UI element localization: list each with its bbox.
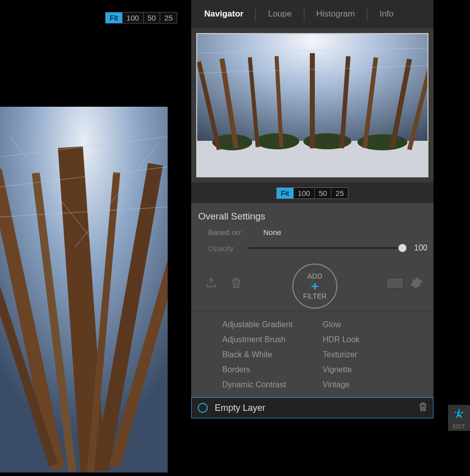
add-filter-button[interactable]: ADD + FILTER [292, 264, 337, 309]
tab-histogram[interactable]: Histogram [309, 9, 362, 19]
export-icon[interactable] [204, 276, 218, 290]
filter-vignette[interactable]: Vignette [323, 365, 360, 374]
filter-hdr-look[interactable]: HDR Look [323, 335, 360, 344]
zoom-fit-button[interactable]: Fit [106, 13, 123, 23]
main-zoom-toolbar: Fit 100 50 25 [105, 12, 177, 24]
opacity-row: Opacity 100 [208, 244, 427, 253]
fx-icon: FX [451, 407, 466, 423]
navigator-zoom-toolbar: Fit 100 50 25 [191, 182, 433, 203]
based-on-row: Based on: None [208, 228, 427, 236]
nav-zoom-100-button[interactable]: 100 [294, 188, 315, 198]
opacity-slider-thumb[interactable] [398, 244, 406, 252]
tab-info[interactable]: Info [372, 9, 400, 19]
filter-adjustment-brush[interactable]: Adjustment Brush [222, 335, 293, 344]
add-filter-bottom-label: FILTER [303, 292, 326, 300]
trash-icon[interactable] [229, 276, 243, 290]
filter-glow[interactable]: Glow [323, 320, 360, 329]
layer-delete-icon[interactable] [418, 401, 428, 414]
overall-settings-panel: Overall Settings Based on: None Opacity … [191, 203, 433, 418]
nav-zoom-25-button[interactable]: 25 [331, 188, 348, 198]
fx-edit-label: EDIT [453, 424, 465, 429]
settings-title: Overall Settings [198, 211, 427, 222]
zoom-25-button[interactable]: 25 [160, 13, 177, 23]
svg-text:FX: FX [456, 411, 462, 416]
canvas-image [0, 107, 168, 472]
settings-toolbar: ADD + FILTER [197, 258, 427, 311]
based-on-label: Based on: [208, 228, 263, 236]
gear-icon[interactable] [409, 276, 423, 290]
main-canvas[interactable] [0, 107, 168, 472]
zoom-100-button[interactable]: 100 [123, 13, 144, 23]
filter-black-white[interactable]: Black & White [222, 350, 293, 359]
based-on-value[interactable]: None [263, 228, 281, 236]
layer-visibility-toggle[interactable] [198, 403, 208, 413]
filter-list: Adjustable Gradient Adjustment Brush Bla… [197, 311, 427, 397]
navigator-panel: Fit 100 50 25 [191, 28, 433, 203]
opacity-slider[interactable] [248, 247, 402, 249]
opacity-label: Opacity [208, 244, 248, 253]
tab-separator [304, 7, 304, 21]
filter-adjustable-gradient[interactable]: Adjustable Gradient [222, 320, 293, 329]
navigator-preview[interactable] [196, 33, 428, 177]
nav-zoom-50-button[interactable]: 50 [315, 188, 332, 198]
color-swatch[interactable] [386, 278, 403, 289]
panel-tabbar: Navigator Loupe Histogram Info [191, 0, 433, 28]
filter-borders[interactable]: Borders [222, 365, 293, 374]
plus-icon: + [311, 281, 318, 291]
zoom-50-button[interactable]: 50 [144, 13, 161, 23]
layer-label: Empty Layer [215, 403, 418, 413]
canvas-column: Fit 100 50 25 [0, 0, 185, 476]
tab-loupe[interactable]: Loupe [261, 9, 298, 19]
navigator-image [197, 34, 427, 176]
tab-separator [255, 7, 256, 21]
tab-separator [367, 7, 367, 21]
tab-navigator[interactable]: Navigator [197, 9, 250, 19]
filter-vintage[interactable]: Vintage [323, 380, 360, 389]
svg-rect-19 [310, 53, 315, 148]
right-panel: Navigator Loupe Histogram Info [188, 0, 433, 476]
filter-texturizer[interactable]: Texturizer [323, 350, 360, 359]
nav-zoom-fit-button[interactable]: Fit [277, 188, 294, 198]
opacity-value: 100 [409, 244, 427, 253]
layer-row[interactable]: Empty Layer [191, 397, 433, 418]
filter-dynamic-contrast[interactable]: Dynamic Contrast [222, 380, 293, 389]
svg-point-16 [255, 133, 299, 149]
fx-edit-button[interactable]: FX EDIT [448, 405, 470, 431]
